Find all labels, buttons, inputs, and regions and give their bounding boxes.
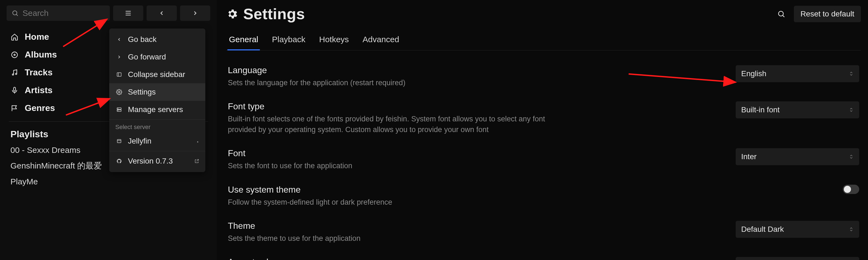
- chevrons-up-down-icon: [849, 154, 854, 160]
- sidebar-item-label: Home: [25, 32, 49, 42]
- svg-point-8: [16, 73, 17, 75]
- chevrons-up-down-icon: [849, 107, 854, 113]
- search-settings-button[interactable]: [775, 7, 788, 21]
- svg-rect-18: [117, 140, 121, 143]
- setting-description: Sets the font to use for the application: [228, 160, 557, 171]
- page-title: Settings: [243, 5, 305, 23]
- setting-row-language: Language Sets the language for the appli…: [228, 60, 859, 97]
- setting-row-accent-color: Accent color Sets the accent color for t…: [228, 252, 859, 260]
- svg-line-1: [17, 14, 18, 16]
- setting-row-font-type: Font type Built-in font selects one of t…: [228, 97, 859, 143]
- gear-icon: [116, 89, 122, 95]
- menu-item-label: Version 0.7.3: [128, 157, 173, 165]
- setting-description: Built-in font selects one of the fonts p…: [228, 114, 557, 135]
- menu-go-back[interactable]: Go back: [109, 31, 205, 48]
- external-link-icon: [194, 159, 199, 163]
- tab-advanced[interactable]: Advanced: [362, 31, 400, 50]
- menu-server-item[interactable]: Jellyfin: [109, 132, 205, 150]
- svg-point-6: [14, 54, 16, 55]
- setting-label: Accent color: [228, 257, 557, 260]
- menu-settings[interactable]: Settings: [109, 83, 205, 101]
- svg-point-5: [12, 52, 18, 58]
- home-icon: [11, 33, 19, 41]
- github-icon: [116, 158, 122, 164]
- setting-description: Sets the theme to use for the applicatio…: [228, 233, 557, 244]
- nav-back-button[interactable]: [147, 5, 177, 21]
- sidebar-item-label: Artists: [25, 85, 53, 95]
- menu-item-label: Jellyfin: [128, 137, 152, 146]
- sidebar-item-label: Albums: [25, 49, 57, 60]
- setting-description: Sets the language for the application (r…: [228, 78, 557, 88]
- chevron-left-icon: [117, 37, 122, 42]
- menu-item-label: Collapse sidebar: [128, 70, 185, 79]
- menu-item-label: Go back: [128, 35, 156, 44]
- settings-tabs: General Playback Hotkeys Advanced: [226, 31, 861, 50]
- mic-icon: [11, 86, 19, 94]
- menu-divider: [109, 151, 205, 151]
- app-menu: Go back Go forward Collapse sidebar Sett…: [109, 29, 205, 172]
- setting-row-font: Font Sets the font to use for the applic…: [228, 143, 859, 180]
- theme-select[interactable]: Default Dark: [736, 221, 859, 238]
- select-value: Built-in font: [741, 106, 780, 114]
- hamburger-icon: [124, 9, 132, 17]
- chevron-right-icon: [192, 10, 198, 16]
- setting-description: Follow the system-defined light or dark …: [228, 197, 557, 208]
- caret-left-icon: [196, 140, 199, 144]
- music-note-icon: [11, 69, 19, 76]
- sidebar-item-label: Genres: [25, 103, 55, 113]
- select-value: Default Dark: [741, 225, 784, 234]
- gear-icon: [226, 8, 238, 20]
- svg-rect-11: [117, 73, 121, 76]
- playlist-item[interactable]: PlayMe: [7, 174, 210, 189]
- font-type-select[interactable]: Built-in font: [736, 101, 859, 118]
- sidebar-icon: [116, 72, 122, 77]
- system-theme-toggle[interactable]: [843, 185, 859, 194]
- svg-point-17: [118, 110, 118, 111]
- menu-item-label: Settings: [128, 88, 156, 97]
- setting-row-system-theme: Use system theme Follow the system-defin…: [228, 180, 859, 216]
- album-icon: [11, 51, 19, 59]
- sidebar-item-label: Tracks: [25, 67, 53, 78]
- language-select[interactable]: English: [736, 65, 859, 82]
- menu-go-forward[interactable]: Go forward: [109, 48, 205, 66]
- server-icon: [116, 107, 122, 112]
- menu-item-label: Go forward: [128, 52, 166, 61]
- menu-button[interactable]: [113, 5, 143, 21]
- svg-rect-9: [14, 87, 16, 91]
- flag-icon: [11, 104, 19, 112]
- setting-row-theme: Theme Sets the theme to use for the appl…: [228, 216, 859, 252]
- menu-version[interactable]: Version 0.7.3: [109, 152, 205, 170]
- menu-item-label: Manage servers: [128, 105, 183, 114]
- chevrons-up-down-icon: [849, 226, 854, 232]
- svg-point-20: [778, 11, 783, 16]
- database-icon: [116, 138, 122, 144]
- svg-point-13: [118, 91, 120, 93]
- setting-label: Font: [228, 148, 557, 158]
- tab-hotkeys[interactable]: Hotkeys: [318, 31, 349, 50]
- reset-to-default-button[interactable]: Reset to default: [794, 6, 861, 22]
- svg-line-21: [783, 15, 784, 17]
- search-input[interactable]: [23, 8, 105, 18]
- nav-forward-button[interactable]: [180, 5, 210, 21]
- chevron-left-icon: [158, 10, 165, 16]
- chevrons-up-down-icon: [849, 71, 854, 77]
- menu-collapse-sidebar[interactable]: Collapse sidebar: [109, 66, 205, 83]
- tab-playback[interactable]: Playback: [272, 31, 306, 50]
- search-icon: [777, 10, 785, 18]
- setting-label: Font type: [228, 101, 557, 112]
- search-icon: [11, 10, 19, 17]
- font-select[interactable]: Inter: [736, 148, 859, 165]
- search-box[interactable]: [7, 5, 110, 21]
- select-value: Inter: [741, 152, 756, 161]
- setting-label: Language: [228, 65, 557, 75]
- menu-divider: [109, 119, 205, 120]
- menu-section-label: Select server: [109, 121, 205, 132]
- setting-label: Use system theme: [228, 185, 557, 195]
- svg-point-7: [12, 74, 14, 75]
- tab-general[interactable]: General: [228, 31, 259, 50]
- accent-color-input[interactable]: rgb(53, 116, 252): [736, 257, 859, 260]
- toggle-knob: [844, 186, 851, 193]
- chevron-right-icon: [117, 54, 122, 60]
- svg-point-0: [12, 11, 17, 15]
- menu-manage-servers[interactable]: Manage servers: [109, 101, 205, 118]
